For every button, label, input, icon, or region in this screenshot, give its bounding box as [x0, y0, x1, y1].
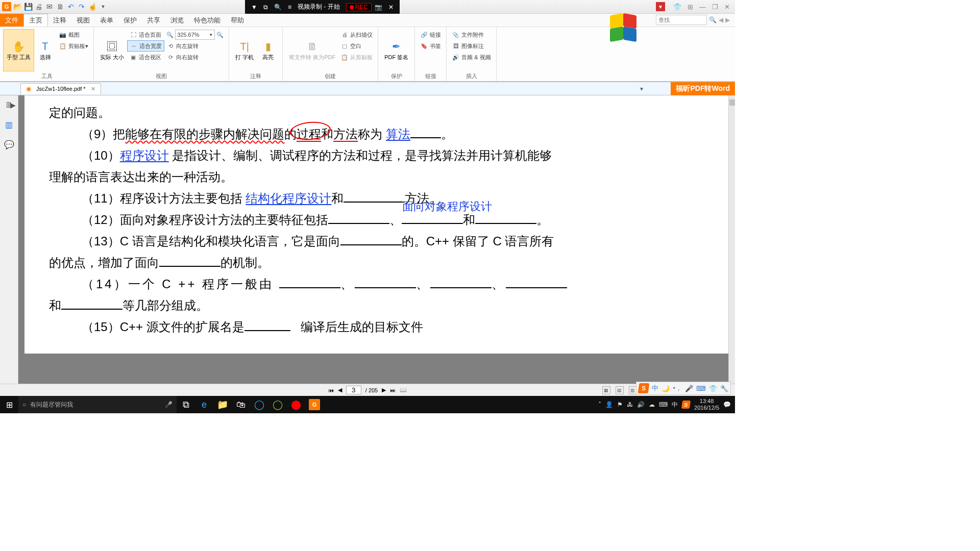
file-attachment-button[interactable]: 📎文件附件 — [450, 29, 493, 40]
pdf-to-word-button[interactable]: 福昕PDF转Word — [671, 82, 735, 95]
search-input[interactable] — [656, 15, 707, 25]
tray-keyboard-icon[interactable]: ⌨ — [659, 401, 668, 408]
fit-page-button[interactable]: ⛶适合页面 — [127, 29, 164, 40]
ime-moon-icon[interactable]: 🌙 — [662, 385, 670, 392]
app-logo[interactable]: G — [2, 2, 11, 11]
menu-browse[interactable]: 浏览 — [165, 14, 189, 27]
search-next-icon[interactable]: ▶ — [725, 16, 730, 23]
annotation-fill[interactable]: 结构化程序设计 — [246, 191, 331, 205]
annotation-fill[interactable]: 程序设计 — [120, 148, 169, 162]
tab-dropdown-icon[interactable]: ▾ — [640, 85, 643, 92]
skin-icon[interactable]: 👕 — [673, 3, 681, 11]
zoom-in-icon[interactable]: 🔍 — [216, 32, 224, 38]
rotate-right-button[interactable]: ⟳向右旋转 — [164, 52, 226, 63]
gift-icon[interactable]: ▼ — [656, 2, 665, 11]
select-tool-button[interactable]: Ꭲ选择 — [34, 29, 57, 71]
new-icon[interactable]: 🗎 — [56, 2, 65, 11]
tray-ime-label[interactable]: 中 — [672, 400, 678, 409]
record-app-icon[interactable]: ⬤ — [287, 396, 305, 413]
page-input[interactable] — [346, 386, 361, 394]
tray-net-icon[interactable]: 🖧 — [627, 401, 633, 408]
tray-flag-icon[interactable]: ⚑ — [617, 401, 623, 408]
view-mode-2-icon[interactable]: ▤ — [616, 386, 624, 394]
save-icon[interactable]: 💾 — [23, 2, 33, 11]
vertical-scrollbar[interactable] — [728, 95, 735, 384]
task-view-icon[interactable]: ⧉ — [177, 396, 195, 413]
action-center-icon[interactable]: 💬 — [723, 401, 731, 408]
rotate-left-button[interactable]: ⟲向左旋转 — [164, 40, 226, 52]
menu-protect[interactable]: 保护 — [118, 14, 142, 27]
fit-visible-button[interactable]: ▣适合视区 — [127, 52, 164, 63]
store-icon[interactable]: 🛍 — [232, 396, 250, 413]
last-page-icon[interactable]: ⏭ — [390, 387, 396, 393]
document-viewport[interactable]: 定的问题。 （9）把能够在有限的步骤内解决问题的过程和方法称为 算法。 （10）… — [18, 95, 728, 384]
sidebar-expand-icon[interactable]: ▶ — [10, 101, 16, 109]
first-page-icon[interactable]: ⏮ — [328, 387, 334, 393]
qat-dropdown[interactable]: ▼ — [99, 2, 108, 11]
print-icon[interactable]: 🖨 — [34, 2, 43, 11]
pdf-sign-button[interactable]: ✒PDF 签名 — [381, 29, 411, 71]
mic-icon[interactable]: 🎤 — [165, 401, 173, 408]
sogou-icon[interactable]: S — [638, 383, 650, 393]
rec-window-icon[interactable]: ⧉ — [260, 4, 271, 11]
menu-help[interactable]: 帮助 — [226, 14, 249, 27]
menu-file[interactable]: 文件 — [0, 14, 23, 27]
view-mode-1-icon[interactable]: ▦ — [602, 386, 610, 394]
ime-lang-icon[interactable]: 中 — [652, 384, 658, 393]
open-icon[interactable]: 📂 — [13, 2, 22, 11]
rec-close-icon[interactable]: ✕ — [385, 4, 397, 11]
from-scanner-button[interactable]: 🖨从扫描仪 — [338, 29, 375, 40]
blank-button[interactable]: ▢空白 — [338, 40, 375, 52]
undo-icon[interactable]: ↶ — [66, 2, 76, 11]
menu-view[interactable]: 视图 — [71, 14, 95, 27]
ime-keyboard-icon[interactable]: ⌨ — [696, 385, 706, 392]
app-blue-icon[interactable]: ◯ — [250, 396, 268, 413]
bookmark-button[interactable]: 🔖书签 — [418, 40, 443, 52]
view-mode-3-icon[interactable]: ▥ — [629, 386, 637, 394]
image-annotation-button[interactable]: 🖼图像标注 — [450, 40, 493, 52]
audio-video-button[interactable]: 🔊音频 & 视频 — [450, 52, 493, 63]
foxit-taskbar-icon[interactable]: G — [305, 396, 324, 413]
tray-sync-icon[interactable]: ☁ — [649, 401, 655, 408]
tray-vol-icon[interactable]: 🔊 — [637, 401, 645, 408]
prev-page-icon[interactable]: ◀ — [338, 387, 342, 393]
zoom-select[interactable]: 325.67%▼ — [175, 30, 215, 40]
cortana-search[interactable]: ○ 有问题尽管问我 🎤 — [18, 396, 177, 413]
menu-comment[interactable]: 注释 — [48, 14, 71, 27]
clipboard-button[interactable]: 📋剪贴板 ▾ — [57, 40, 90, 52]
typewriter-button[interactable]: T|打 字机 — [232, 29, 257, 71]
restore-icon[interactable]: ❐ — [712, 3, 718, 11]
ime-mic-icon[interactable]: 🎤 — [685, 385, 693, 392]
annotation-text[interactable]: 面向对象程序设计 — [402, 196, 492, 217]
rec-zoom-icon[interactable]: 🔍 — [271, 4, 285, 11]
tray-sogou-icon[interactable]: S — [681, 400, 691, 409]
hand-icon[interactable]: ☝ — [88, 2, 97, 11]
tray-people-icon[interactable]: 👤 — [605, 401, 613, 408]
document-tab[interactable]: ◉ JscZw1-10flee.pdf * ✕ — [20, 83, 101, 94]
redo-icon[interactable]: ↷ — [77, 2, 86, 11]
highlight-button[interactable]: ▮高亮 — [257, 29, 279, 71]
email-icon[interactable]: ✉ — [45, 2, 54, 11]
search-icon[interactable]: 🔍 — [709, 16, 717, 23]
clock[interactable]: 13:482016/12/5 — [694, 398, 719, 411]
comments-panel-icon[interactable]: 💬 — [4, 140, 14, 149]
actual-size-button[interactable]: ⿴实际 大小 — [97, 29, 127, 71]
explorer-icon[interactable]: 📁 — [213, 396, 232, 413]
menu-form[interactable]: 表单 — [95, 14, 118, 27]
close-icon[interactable]: ✕ — [724, 3, 730, 11]
ime-tool-icon[interactable]: 🔧 — [720, 385, 728, 392]
search-prev-icon[interactable]: ◀ — [719, 16, 723, 23]
rec-menu-icon[interactable]: ≡ — [285, 4, 295, 11]
menu-share[interactable]: 共享 — [142, 14, 165, 27]
rec-button[interactable]: REC — [346, 3, 372, 11]
start-button[interactable]: ⊞ — [0, 396, 18, 413]
close-tab-icon[interactable]: ✕ — [91, 86, 95, 92]
edge-icon[interactable]: e — [195, 396, 213, 413]
ime-punct-icon[interactable]: •， — [673, 384, 682, 393]
pages-panel-icon[interactable]: ▥ — [5, 120, 13, 130]
ime-skin-icon[interactable]: 👕 — [709, 385, 717, 392]
rec-dropdown[interactable]: ▼ — [248, 4, 260, 11]
screenshot-button[interactable]: 📷截图 — [57, 29, 90, 40]
rec-camera-icon[interactable]: 📷 — [372, 4, 385, 11]
ime-toolbar[interactable]: S 中 🌙 •， 🎤 ⌨ 👕 🔧 — [636, 382, 731, 395]
